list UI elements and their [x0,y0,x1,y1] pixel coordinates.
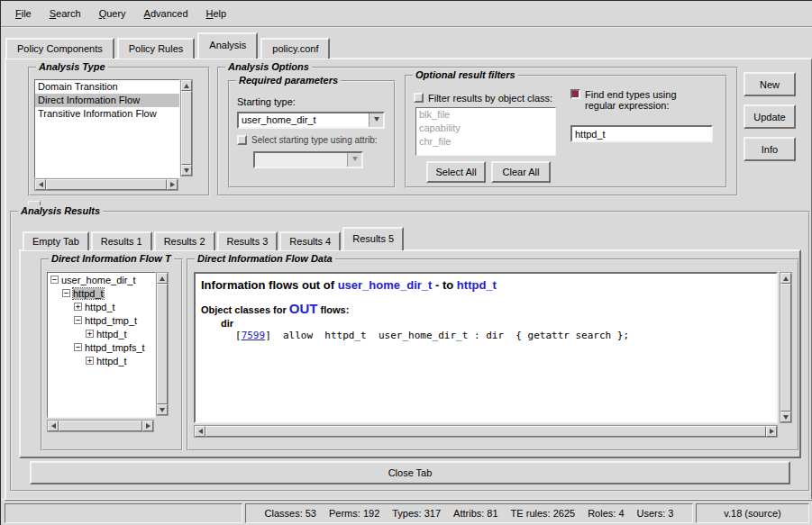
tree-hscrollbar[interactable] [47,420,154,432]
collapse-icon[interactable]: − [74,343,82,351]
analysis-type-item[interactable]: Domain Transition [35,80,179,94]
scroll-thumb[interactable] [59,421,142,431]
flow-tree-frame: Direct Information Flow T −user_home_dir… [41,258,183,451]
menu-search[interactable]: Search [41,6,90,21]
results-tab-4[interactable]: Results 4 [279,231,341,250]
scroll-down-icon[interactable] [181,165,192,176]
tree-row[interactable]: +httpd_t [48,300,155,313]
tree-row-selected[interactable]: −httpd_t [48,286,155,300]
starting-type-combobox[interactable]: user_home_dir_t [237,112,385,129]
scroll-left-icon[interactable] [195,426,205,437]
tree-item-label[interactable]: httpd_t [85,302,115,312]
tree-row[interactable]: +httpd_t [48,354,155,367]
menu-file[interactable]: File [6,6,41,21]
regex-checkbox-label: Find end types using regular expression: [585,89,709,111]
scroll-up-icon[interactable] [780,273,791,284]
expand-icon[interactable]: + [86,357,94,365]
results-tab-3[interactable]: Results 3 [217,231,278,250]
required-parameters-title: Required parameters [236,75,341,86]
scroll-up-icon[interactable] [181,80,192,91]
chevron-down-icon[interactable] [369,113,383,127]
menu-bar: File Search Query Advanced Help [1,1,812,28]
menu-help-label: elp [213,8,226,19]
tree-item-label[interactable]: httpd_t [73,288,104,299]
flow-data-textarea[interactable]: Information flows out of user_home_dir_t… [194,272,778,423]
results-tab-2[interactable]: Results 2 [154,231,215,250]
scroll-thumb[interactable] [181,91,192,165]
flow-data-frame: Direct Information Flow Data Information… [187,258,799,451]
results-tab-1[interactable]: Results 1 [91,231,152,250]
tab-analysis[interactable]: Analysis [197,32,258,59]
flow-tree[interactable]: −user_home_dir_t −httpd_t +httpd_t −http… [47,272,156,418]
tree-item-label[interactable]: user_home_dir_t [61,275,136,285]
tree-item-label[interactable]: httpd_t [96,329,127,339]
tree-row[interactable]: −httpd_tmpfs_t [48,340,155,354]
scroll-thumb[interactable] [205,426,766,437]
class-filter-checkbox[interactable] [414,93,424,103]
attrib-checkbox[interactable] [237,135,247,145]
object-class-item: blk_file [416,108,555,122]
analysis-type-hscrollbar[interactable] [34,178,178,191]
menu-query[interactable]: Query [90,6,135,21]
collapse-icon[interactable]: − [50,276,59,284]
object-class-name: dir [201,318,771,329]
class-filter-label: Filter results by object class: [428,93,552,104]
object-class-item: capability [416,122,555,135]
regex-checkbox[interactable] [570,89,580,99]
update-button[interactable]: Update [744,104,796,129]
scroll-right-icon[interactable] [766,426,777,437]
expand-icon[interactable]: + [74,303,82,311]
analysis-type-item-selected[interactable]: Direct Information Flow [35,94,179,107]
scroll-thumb[interactable] [157,284,168,404]
menu-search-accel: S [50,8,56,19]
analysis-type-vscrollbar[interactable] [180,79,193,177]
tree-row[interactable]: −httpd_tmp_t [48,313,155,327]
expand-icon[interactable]: + [86,330,94,338]
flow-tree-title: Direct Information Flow T [49,253,174,264]
regex-input[interactable] [570,125,713,142]
results-tab-empty[interactable]: Empty Tab [23,231,89,250]
tab-policy-rules[interactable]: Policy Rules [117,38,196,59]
tree-row[interactable]: −user_home_dir_t [48,273,155,286]
scroll-left-icon[interactable] [35,179,46,190]
menu-advanced[interactable]: Advanced [135,6,197,21]
tree-item-label[interactable]: httpd_t [96,356,127,367]
results-tab-5[interactable]: Results 5 [342,227,404,250]
info-button[interactable]: Info [744,137,796,161]
status-left-panel [5,503,242,523]
data-vscrollbar[interactable] [780,272,792,423]
analysis-type-listbox[interactable]: Domain Transition Direct Information Flo… [34,79,180,178]
close-tab-button[interactable]: Close Tab [30,461,790,484]
scroll-up-icon[interactable] [157,273,168,284]
tab-policy-conf[interactable]: policy.conf [260,38,330,59]
collapse-icon[interactable]: − [62,289,70,297]
tree-item-label[interactable]: httpd_tmpfs_t [85,342,145,353]
menu-query-label: uery [106,8,125,19]
new-button[interactable]: New [744,72,796,96]
stat-users: Users: 3 [637,508,674,519]
chevron-down-icon [347,153,361,167]
scroll-down-icon[interactable] [780,412,791,422]
scroll-left-icon[interactable] [48,421,59,431]
collapse-icon[interactable]: − [74,316,82,324]
regex-checkbox-row: Find end types using regular expression: [570,89,715,111]
select-all-button[interactable]: Select All [426,161,486,183]
tab-policy-components[interactable]: Policy Components [5,38,114,59]
scroll-right-icon[interactable] [167,179,178,190]
data-hscrollbar[interactable] [194,425,778,438]
status-version-panel: v.18 (source) [696,503,809,523]
scroll-down-icon[interactable] [157,404,168,415]
scroll-right-icon[interactable] [142,421,153,431]
stat-classes: Classes: 53 [265,508,316,519]
rule-number-link[interactable]: 7599 [242,330,266,341]
analysis-type-item[interactable]: Transitive Information Flow [35,107,179,121]
tree-row[interactable]: +httpd_t [48,327,155,340]
target-type: httpd_t [457,278,497,292]
menu-query-accel: Q [99,8,107,19]
tree-vscrollbar[interactable] [156,272,169,416]
scroll-thumb[interactable] [780,284,791,412]
clear-all-button[interactable]: Clear All [491,161,551,183]
menu-help[interactable]: Help [197,6,236,21]
scroll-thumb[interactable] [46,179,167,190]
tree-item-label[interactable]: httpd_tmp_t [85,315,137,326]
